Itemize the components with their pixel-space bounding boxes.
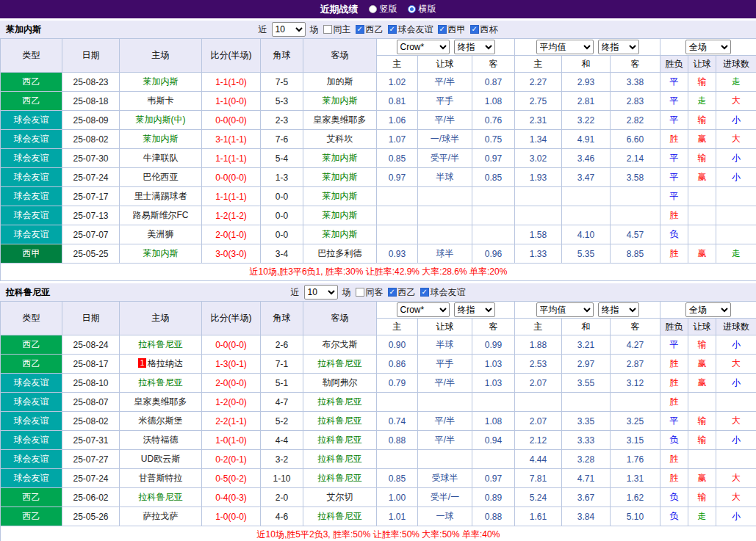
away-team-link[interactable]: 莱加内斯	[323, 229, 358, 239]
home-team-link[interactable]: 里士满踢球者	[134, 191, 187, 201]
euro-odds-type-select[interactable]: 终指	[598, 302, 639, 317]
radio-vertical-label: 竖版	[380, 3, 397, 15]
away-team-link[interactable]: 拉科鲁尼亚	[318, 358, 362, 368]
home-team-link[interactable]: 莱加内斯	[143, 134, 179, 144]
home-team-link[interactable]: 牛津联队	[143, 153, 179, 163]
result-outcome: 负	[660, 431, 688, 450]
asian-odds-type-select[interactable]: 终指	[454, 40, 495, 54]
league-filter-checkbox[interactable]	[438, 25, 447, 34]
home-team-link[interactable]: 莱加内斯	[143, 76, 179, 87]
away-team-cell: 拉科鲁尼亚	[303, 431, 377, 450]
odds-company-select[interactable]: Crow*	[397, 40, 450, 54]
home-team-link[interactable]: 巴伦西亚	[143, 172, 179, 182]
scope-select[interactable]: 全场	[685, 40, 731, 54]
home-team-link[interactable]: 米德尔斯堡	[139, 415, 183, 426]
league-filter-checkbox[interactable]	[388, 288, 397, 297]
league-filter-checkbox[interactable]	[420, 288, 429, 297]
corners-cell: 5-4	[261, 149, 303, 168]
home-team-cell: 莱加内斯	[120, 73, 202, 92]
away-team-link[interactable]: 莱加内斯	[323, 191, 358, 201]
league-filter-label: 西甲	[448, 23, 466, 36]
euro-home-odds: 2.27	[515, 73, 562, 92]
home-team-link[interactable]: 莱加内斯	[143, 248, 179, 258]
away-team-link[interactable]: 布尔戈斯	[323, 339, 358, 349]
euro-away-odds: 2.82	[611, 111, 660, 130]
same-venue-checkbox[interactable]	[356, 288, 364, 297]
away-team-link[interactable]: 皇家奥维耶多	[314, 115, 367, 125]
corners-cell: 3-4	[261, 244, 303, 264]
away-team-link[interactable]: 莱加内斯	[323, 95, 358, 106]
handicap-outcome	[688, 225, 716, 244]
layout-option-vertical[interactable]: 竖版	[369, 3, 397, 15]
euro-average-select[interactable]: 平均值	[536, 302, 594, 317]
asian-home-odds	[377, 187, 418, 206]
handicap-outcome: 输	[688, 431, 716, 450]
layout-option-horizontal[interactable]: 横版	[408, 3, 436, 15]
same-venue-checkbox[interactable]	[323, 25, 332, 34]
euro-draw-odds: 4.91	[562, 130, 611, 149]
euro-draw-odds: 3.84	[562, 507, 611, 526]
away-team-link[interactable]: 巴拉多利德	[318, 248, 362, 258]
result-outcome: 负	[660, 488, 688, 507]
euro-odds-controls: 平均值 终指	[515, 302, 660, 319]
away-team-link[interactable]: 艾尔切	[327, 492, 353, 502]
away-team-link[interactable]: 拉科鲁尼亚	[318, 396, 362, 407]
odds-company-select[interactable]: Crow*	[397, 302, 450, 317]
away-team-link[interactable]: 加的斯	[327, 76, 353, 87]
league-filter-checkbox[interactable]	[388, 25, 397, 34]
home-team-link[interactable]: 格拉纳达	[148, 358, 183, 368]
corners-cell: 0-0	[261, 225, 303, 244]
away-team-link[interactable]: 莱加内斯	[323, 153, 358, 163]
home-team-link[interactable]: 韦斯卡	[148, 95, 174, 106]
asian-home-odds: 0.79	[377, 374, 418, 393]
asian-handicap: 一球	[418, 507, 472, 526]
away-team-link[interactable]: 拉科鲁尼亚	[318, 415, 362, 426]
home-team-link[interactable]: 路易斯维尔FC	[133, 210, 189, 220]
home-team-link[interactable]: 皇家奥维耶多	[134, 396, 187, 407]
home-team-link[interactable]: 沃特福德	[143, 435, 179, 445]
away-team-link[interactable]: 艾科坎	[327, 134, 353, 144]
euro-average-select[interactable]: 平均值	[536, 40, 594, 54]
match-date: 25-08-07	[62, 393, 120, 412]
league-filter-checkbox[interactable]	[356, 25, 364, 34]
away-team-link[interactable]: 莱加内斯	[323, 210, 358, 220]
section-header: 拉科鲁尼亚 近 10 场 同客 西乙球会友谊	[0, 283, 756, 301]
away-team-link[interactable]: 勒阿弗尔	[323, 377, 358, 388]
home-team-link[interactable]: 拉科鲁尼亚	[139, 377, 183, 388]
euro-draw-odds: 4.71	[562, 469, 611, 488]
euro-odds-type-select[interactable]: 终指	[598, 40, 639, 54]
league-filter-checkbox[interactable]	[470, 25, 479, 34]
match-count-select[interactable]: 10	[272, 22, 306, 37]
handicap-outcome: 赢	[688, 374, 716, 393]
radio-vertical-icon[interactable]	[369, 5, 377, 13]
match-count-select[interactable]: 10	[304, 285, 338, 299]
radio-horizontal-icon[interactable]	[408, 5, 416, 13]
asian-handicap: 一/球半	[418, 130, 472, 149]
filter-games-label: 场	[342, 286, 351, 299]
scope-select[interactable]: 全场	[685, 302, 731, 317]
home-team-link[interactable]: 美洲狮	[148, 229, 174, 239]
away-team-link[interactable]: 拉科鲁尼亚	[318, 473, 362, 483]
league-type-cell: 球会友谊	[1, 450, 62, 469]
result-outcome: 平	[660, 187, 688, 206]
match-date: 25-07-13	[62, 206, 120, 225]
away-team-link[interactable]: 莱加内斯	[323, 172, 358, 182]
away-team-link[interactable]: 拉科鲁尼亚	[318, 511, 362, 521]
home-team-link[interactable]: 莱加内斯(中)	[136, 115, 186, 125]
away-team-link[interactable]: 拉科鲁尼亚	[318, 435, 362, 445]
asian-away-odds: 0.96	[472, 244, 515, 264]
euro-away-odds: 1.31	[611, 469, 660, 488]
asian-odds-controls: Crow* 终指	[377, 39, 515, 56]
matches-table: 类型 日期 主场 比分(半场) 角球 客场 Crow* 终指	[0, 38, 756, 281]
euro-draw-odds: 4.10	[562, 225, 611, 244]
asian-odds-type-select[interactable]: 终指	[454, 302, 495, 317]
home-team-link[interactable]: UD欧云斯	[141, 454, 180, 464]
home-team-link[interactable]: 拉科鲁尼亚	[139, 339, 183, 349]
home-team-link[interactable]: 甘普斯特拉	[139, 473, 183, 483]
home-team-link[interactable]: 萨拉戈萨	[143, 511, 179, 521]
away-team-link[interactable]: 拉科鲁尼亚	[318, 454, 362, 464]
asian-away-odds	[472, 187, 515, 206]
home-team-link[interactable]: 拉科鲁尼亚	[139, 492, 183, 502]
page-title: 近期战绩	[320, 3, 359, 16]
euro-draw-odds: 3.33	[562, 431, 611, 450]
